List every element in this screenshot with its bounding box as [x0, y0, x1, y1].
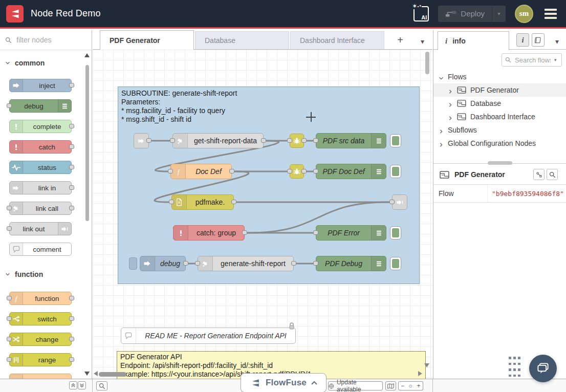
- input-port[interactable]: [7, 226, 12, 231]
- output-port[interactable]: [69, 337, 74, 341]
- debug-toggle-button[interactable]: [390, 134, 401, 147]
- input-port[interactable]: [7, 296, 12, 300]
- node-getdata[interactable]: get-shift-report-data: [172, 133, 264, 148]
- node-pdfdebug[interactable]: PDF Debug: [316, 256, 386, 271]
- tree-item-global-configuration-nodes[interactable]: Global Configuration Nodes: [433, 137, 566, 150]
- input-port[interactable]: [7, 103, 12, 108]
- tab-dashboard-interface[interactable]: Dashboard Interface: [290, 31, 384, 49]
- palette-node-link call[interactable]: link call: [9, 202, 72, 215]
- palette-node-link out[interactable]: link out: [9, 222, 72, 235]
- palette-scrollbar[interactable]: [85, 65, 89, 221]
- zoom-reset-button[interactable]: ○: [406, 381, 415, 390]
- canvas-scroll-down[interactable]: [424, 363, 429, 367]
- node-pdfmake[interactable]: Apdfmake.: [171, 194, 234, 210]
- add-flow-button[interactable]: +: [395, 34, 406, 46]
- input-port[interactable]: [313, 169, 318, 173]
- ai-assistant-button[interactable]: ✶ ✶ AI: [413, 6, 429, 21]
- input-port[interactable]: [7, 337, 12, 341]
- palette-node-complete[interactable]: complete: [9, 120, 72, 133]
- output-port[interactable]: [291, 261, 296, 266]
- search-flows-box[interactable]: ▾: [502, 53, 562, 67]
- deploy-options-caret[interactable]: ▾: [492, 6, 506, 22]
- node-j2[interactable]: [290, 164, 304, 179]
- search-canvas-button[interactable]: [96, 381, 107, 390]
- canvas-horizontal-scrollbar[interactable]: [99, 372, 126, 377]
- input-port[interactable]: [287, 138, 292, 143]
- palette-node-link in[interactable]: link in: [9, 181, 72, 194]
- sidebar-splitter[interactable]: [433, 163, 566, 164]
- output-port[interactable]: [69, 144, 74, 149]
- output-port[interactable]: [69, 316, 74, 321]
- flow-canvas[interactable]: SUBROUTINE: generate-shift-report Parame…: [93, 50, 432, 379]
- palette-node-function[interactable]: ffunction: [9, 292, 72, 305]
- deploy-button[interactable]: Deploy ▾: [438, 6, 506, 22]
- node-linkout1[interactable]: [392, 194, 407, 210]
- debug-toggle-button[interactable]: [390, 226, 401, 239]
- chevron-right-icon[interactable]: [448, 88, 453, 93]
- palette-scroll-up[interactable]: [84, 53, 90, 57]
- palette-node-status[interactable]: status: [9, 161, 72, 174]
- output-port[interactable]: [146, 138, 151, 143]
- output-port[interactable]: [69, 357, 74, 362]
- input-port[interactable]: [389, 200, 395, 204]
- info-tab[interactable]: i info: [438, 31, 509, 50]
- node-gsr[interactable]: generate-shift-report: [198, 256, 294, 271]
- comment-node[interactable]: READ ME - Report Generation Endpoint API: [121, 328, 296, 344]
- tree-item-database[interactable]: Database: [433, 97, 566, 110]
- update-available-button[interactable]: Update available: [328, 381, 383, 390]
- palette-node-comment[interactable]: comment: [9, 243, 72, 256]
- input-port[interactable]: [168, 169, 173, 173]
- tree-item-dashboard-interface[interactable]: Dashboard Interface: [433, 110, 566, 123]
- palette-node-change[interactable]: change: [9, 333, 72, 346]
- tab-database[interactable]: Database: [195, 31, 289, 49]
- input-port[interactable]: [7, 316, 12, 321]
- chevron-right-icon[interactable]: [439, 141, 444, 146]
- tree-item-pdf-generator[interactable]: PDF Generator: [433, 83, 566, 97]
- palette-node-catch[interactable]: catch: [9, 140, 72, 154]
- node-inject1[interactable]: debug: [140, 256, 186, 271]
- navigator-button[interactable]: [385, 381, 396, 390]
- chevron-right-icon[interactable]: [448, 114, 453, 119]
- zoom-in-button[interactable]: +: [415, 381, 423, 390]
- tree-item-subflows[interactable]: Subflows: [433, 123, 566, 137]
- palette-scroll-down[interactable]: [84, 372, 90, 376]
- output-port[interactable]: [301, 138, 307, 143]
- output-port[interactable]: [69, 165, 74, 169]
- inject-button[interactable]: [129, 257, 137, 270]
- search-flows-input[interactable]: [514, 56, 552, 64]
- canvas-vertical-scrollbar[interactable]: [425, 52, 429, 74]
- palette-category-function[interactable]: function: [0, 267, 92, 282]
- output-port[interactable]: [229, 169, 234, 173]
- input-port[interactable]: [170, 138, 175, 143]
- palette-collapse-all-button[interactable]: [69, 381, 77, 389]
- palette-node-range[interactable]: range: [9, 353, 72, 366]
- palette-node-debug[interactable]: debug: [9, 99, 72, 113]
- input-port[interactable]: [313, 138, 318, 143]
- node-docdef[interactable]: fDoc Def: [170, 164, 232, 179]
- palette-filter-input[interactable]: [15, 35, 79, 45]
- palette-expand-all-button[interactable]: [78, 381, 86, 389]
- output-port[interactable]: [69, 83, 74, 88]
- palette-node-inject[interactable]: inject: [9, 79, 72, 92]
- tree-item-flows[interactable]: Flows: [433, 70, 566, 83]
- debug-toggle-button[interactable]: [390, 257, 401, 270]
- output-port[interactable]: [69, 185, 74, 190]
- input-port[interactable]: [7, 357, 12, 362]
- output-port[interactable]: [261, 138, 266, 143]
- chevron-right-icon[interactable]: [448, 101, 453, 106]
- drag-handle-dots[interactable]: [509, 357, 520, 378]
- palette-node-partial[interactable]: [9, 374, 72, 379]
- node-j1[interactable]: [290, 134, 304, 148]
- search-caret[interactable]: ▾: [554, 57, 557, 62]
- canvas-scroll-left[interactable]: [94, 371, 98, 376]
- node-pdferror[interactable]: PDF Error: [316, 225, 386, 241]
- copy-link-button[interactable]: [533, 169, 545, 180]
- input-port[interactable]: [313, 261, 318, 266]
- node-linkin1[interactable]: [134, 133, 149, 148]
- output-port[interactable]: [183, 261, 188, 266]
- node-pdfdocdef[interactable]: PDF Doc Def: [316, 164, 386, 179]
- canvas-scroll-right[interactable]: [418, 371, 422, 376]
- node-pdfsrc[interactable]: PDF src data: [316, 133, 386, 148]
- palette-category-common[interactable]: common: [0, 55, 92, 71]
- input-port[interactable]: [169, 200, 174, 204]
